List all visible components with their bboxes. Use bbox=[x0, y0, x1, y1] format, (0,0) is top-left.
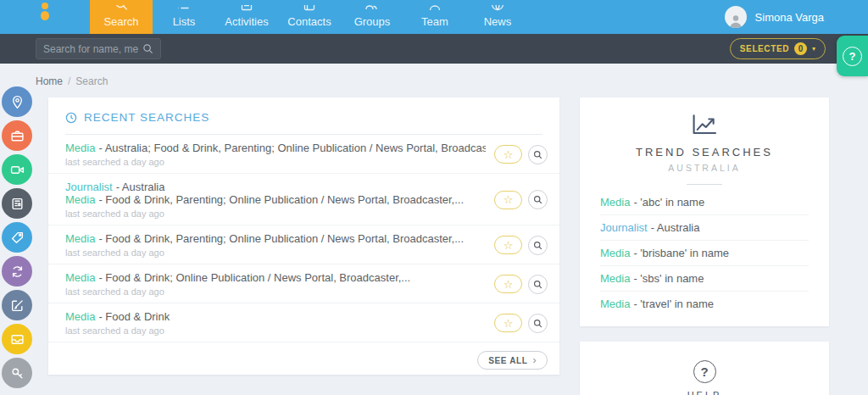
row-actions: ☆ bbox=[494, 236, 548, 255]
last-searched-label: last searched a day ago bbox=[65, 248, 486, 258]
recent-search-row[interactable]: Media- Food & Drink last searched a day … bbox=[48, 303, 559, 342]
user-menu[interactable]: Simona Varga bbox=[725, 0, 824, 34]
row-actions: ☆ bbox=[494, 314, 548, 333]
recent-search-row[interactable]: Journalist- Australia Media- Food & Drin… bbox=[48, 174, 559, 225]
sidebar-item-keywords[interactable] bbox=[2, 358, 32, 388]
favorite-star-button[interactable]: ☆ bbox=[494, 145, 522, 164]
favorite-star-button[interactable]: ☆ bbox=[494, 275, 522, 293]
recent-search-row[interactable]: Media- Food & Drink, Parenting; Online P… bbox=[48, 225, 559, 264]
search-type: Media bbox=[600, 272, 630, 285]
search-criteria: - Food & Drink bbox=[98, 310, 170, 323]
activities-icon bbox=[238, 5, 255, 14]
recent-searches-panel: RECENT SEARCHES Media- Australia; Food &… bbox=[48, 97, 559, 375]
see-all-button[interactable]: SEE ALL › bbox=[477, 351, 548, 370]
user-name: Simona Varga bbox=[755, 11, 824, 24]
search-icon bbox=[533, 195, 542, 204]
recent-search-text: Media- Food & Drink last searched a day … bbox=[65, 310, 486, 336]
sync-icon bbox=[10, 264, 25, 279]
lists-icon bbox=[175, 5, 192, 14]
sidebar-item-compose[interactable] bbox=[2, 290, 32, 320]
video-camera-icon bbox=[10, 163, 25, 177]
search-icon bbox=[533, 241, 542, 250]
last-searched-label: last searched a day ago bbox=[65, 157, 486, 167]
selected-count-badge: 0 bbox=[794, 42, 807, 55]
sidebar-item-media-requests[interactable] bbox=[2, 154, 32, 185]
run-search-button[interactable] bbox=[528, 145, 548, 164]
media-outlet-icon bbox=[10, 197, 25, 211]
clock-icon bbox=[65, 112, 77, 124]
app-logo[interactable] bbox=[39, 2, 51, 25]
nav-label: Activities bbox=[225, 15, 268, 28]
nav-label: Groups bbox=[354, 15, 391, 28]
selected-dropdown-button[interactable]: SELECTED 0 ▾ bbox=[730, 38, 826, 59]
trend-search-item[interactable]: Journalist- Australia bbox=[600, 215, 809, 241]
secondary-toolbar: SELECTED 0 ▾ bbox=[0, 34, 868, 64]
quick-search-box bbox=[36, 38, 161, 59]
recent-search-row[interactable]: Media- Australia; Food & Drink, Parentin… bbox=[48, 135, 559, 174]
row-actions: ☆ bbox=[494, 275, 548, 294]
recent-search-text: Media- Australia; Food & Drink, Parentin… bbox=[65, 142, 486, 167]
logo-dot bbox=[42, 3, 48, 9]
star-icon: ☆ bbox=[504, 149, 514, 160]
inbox-icon bbox=[10, 332, 25, 347]
quick-search-input[interactable] bbox=[43, 43, 142, 55]
trend-search-list: Media- 'abc' in name Journalist- Austral… bbox=[580, 190, 829, 316]
sidebar-item-inbox[interactable] bbox=[2, 324, 32, 354]
breadcrumb: Home/Search bbox=[36, 75, 108, 87]
key-icon bbox=[10, 366, 25, 381]
search-criteria: - 'travel' in name bbox=[633, 298, 714, 310]
logo-dot bbox=[41, 11, 49, 20]
help-label: HELP bbox=[580, 390, 829, 395]
nav-item-lists[interactable]: Lists bbox=[153, 0, 215, 34]
favorite-star-button[interactable]: ☆ bbox=[494, 236, 522, 254]
search-icon[interactable] bbox=[142, 43, 153, 54]
breadcrumb-current: Search bbox=[75, 75, 108, 87]
search-type: Journalist bbox=[65, 181, 113, 193]
search-criteria: - Australia bbox=[116, 181, 165, 193]
run-search-button[interactable] bbox=[528, 190, 548, 209]
sidebar-item-updates[interactable] bbox=[2, 256, 32, 287]
trend-search-item[interactable]: Media- 'brisbane' in name bbox=[600, 241, 809, 266]
chevron-down-icon: ▾ bbox=[812, 45, 815, 53]
run-search-button[interactable] bbox=[528, 236, 548, 255]
search-criteria: - 'brisbane' in name bbox=[633, 247, 729, 259]
recent-search-text: Media- Food & Drink, Parenting; Online P… bbox=[65, 232, 486, 258]
recent-search-text: Media- Food & Drink; Online Publication … bbox=[65, 271, 486, 297]
recent-searches-header: RECENT SEARCHES bbox=[48, 97, 559, 134]
panel-title: TREND SEARCHES bbox=[580, 146, 829, 159]
nav-item-news[interactable]: News bbox=[466, 0, 529, 34]
briefcase-icon bbox=[10, 129, 25, 143]
breadcrumb-separator: / bbox=[68, 75, 70, 87]
nav-item-contacts[interactable]: Contacts bbox=[278, 0, 341, 34]
panel-title: RECENT SEARCHES bbox=[84, 111, 209, 124]
nav-item-groups[interactable]: Groups bbox=[341, 0, 403, 34]
help-tab-button[interactable]: ? bbox=[837, 36, 868, 76]
search-type: Journalist bbox=[600, 221, 648, 234]
trend-search-item[interactable]: Media- 'sbs' in name bbox=[600, 266, 809, 292]
run-search-button[interactable] bbox=[528, 275, 548, 294]
sidebar-item-tags[interactable] bbox=[2, 222, 32, 253]
sidebar-item-media-outlets[interactable] bbox=[2, 188, 32, 219]
user-avatar-icon bbox=[725, 6, 747, 28]
breadcrumb-home-link[interactable]: Home bbox=[36, 75, 63, 87]
favorite-star-button[interactable]: ☆ bbox=[494, 191, 522, 209]
question-icon: ? bbox=[843, 47, 862, 66]
recent-search-row[interactable]: Media- Food & Drink; Online Publication … bbox=[48, 264, 559, 303]
nav-item-activities[interactable]: Activities bbox=[215, 0, 278, 34]
nav-items: Search Lists Activities Contacts Groups … bbox=[90, 0, 529, 34]
search-type: Media bbox=[600, 196, 630, 209]
favorite-star-button[interactable]: ☆ bbox=[494, 314, 522, 332]
last-searched-label: last searched a day ago bbox=[65, 325, 486, 336]
star-icon: ☆ bbox=[504, 194, 514, 205]
help-panel[interactable]: ? HELP bbox=[580, 342, 829, 395]
nav-item-search[interactable]: Search bbox=[90, 0, 153, 34]
run-search-button[interactable] bbox=[528, 314, 548, 333]
trend-search-item[interactable]: Media- 'abc' in name bbox=[600, 190, 809, 215]
left-icon-sidebar bbox=[2, 86, 36, 388]
trend-search-item[interactable]: Media- 'travel' in name bbox=[600, 292, 809, 316]
star-icon: ☆ bbox=[504, 318, 514, 329]
search-criteria: - Australia bbox=[651, 221, 700, 234]
nav-item-team[interactable]: Team bbox=[403, 0, 466, 34]
sidebar-item-jobs[interactable] bbox=[2, 120, 32, 151]
sidebar-item-locations[interactable] bbox=[2, 86, 32, 117]
